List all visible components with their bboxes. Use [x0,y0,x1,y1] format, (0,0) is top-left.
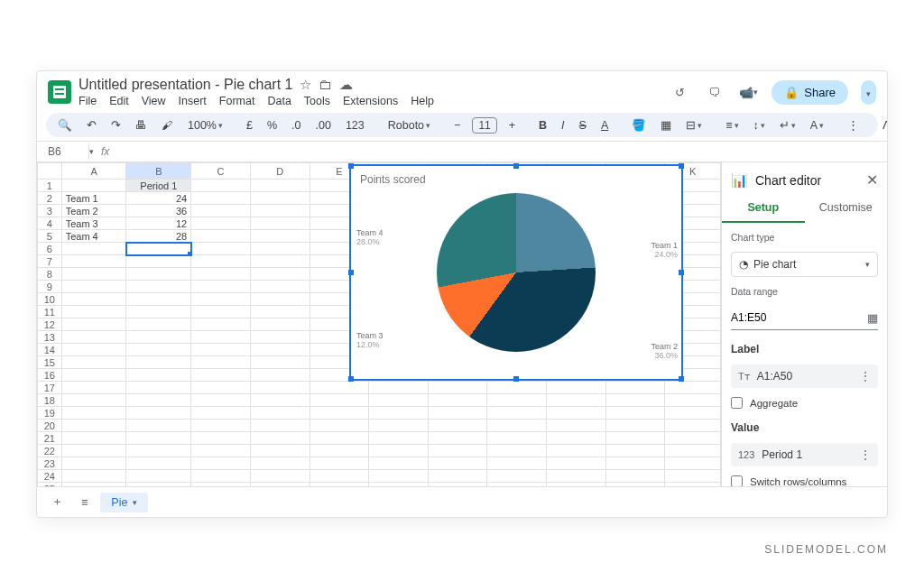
chart-type-select[interactable]: ◔ Pie chart ▾ [731,252,878,277]
menu-extensions[interactable]: Extensions [343,95,398,107]
row-header[interactable]: 4 [38,217,62,230]
select-all-cell[interactable] [38,163,62,180]
row-header[interactable]: 14 [38,344,62,356]
row-header[interactable]: 2 [38,192,62,205]
menu-tools[interactable]: Tools [304,95,330,107]
row-header[interactable]: 8 [38,268,62,281]
menu-file[interactable]: File [79,95,97,107]
wrap-button[interactable]: ↵▾ [777,116,799,134]
col-header[interactable]: A [61,163,126,180]
decrease-decimal-button[interactable]: .0 [289,117,303,134]
active-cell-b6[interactable] [126,243,191,255]
row-header[interactable]: 13 [38,331,62,344]
data-range-input[interactable] [731,308,867,328]
valign-button[interactable]: ↕▾ [751,117,768,134]
row-header[interactable]: 18 [38,394,62,407]
borders-button[interactable]: ▦ [658,116,674,134]
row-header[interactable]: 12 [38,318,62,331]
add-sheet-button[interactable]: ＋ [46,491,69,513]
row-header[interactable]: 24 [38,470,62,483]
meet-icon[interactable]: 📹▾ [737,81,759,103]
switch-rows-cols-row[interactable]: Switch rows/columns [731,475,878,486]
print-icon[interactable]: 🖶 [133,117,150,134]
more-icon[interactable]: ⋮ [860,448,871,461]
redo-icon[interactable]: ↷ [108,116,124,134]
all-sheets-button[interactable]: ≡ [76,493,93,512]
cell[interactable]: 36 [126,205,191,217]
document-title[interactable]: Untitled presentation - Pie chart 1 [79,77,292,93]
row-header[interactable]: 19 [38,407,62,420]
row-header[interactable]: 15 [38,356,62,369]
sheet-tab-pie[interactable]: Pie ▾ [100,493,148,512]
zoom-dropdown[interactable]: 100% ▾ [185,117,226,134]
font-size-decrease[interactable]: − [451,117,463,134]
collapse-toolbar-icon[interactable]: ᐱ [880,116,888,134]
tab-customise[interactable]: Customise [805,194,888,223]
currency-button[interactable]: £ [244,117,255,134]
italic-button[interactable]: I [559,117,567,134]
search-icon[interactable]: 🔍 [55,116,75,134]
row-header[interactable]: 1 [38,180,62,192]
more-icon[interactable]: ⋮ [860,370,871,383]
align-button[interactable]: ≡▾ [723,117,741,134]
row-header[interactable]: 20 [38,420,62,432]
bold-button[interactable]: B [536,117,550,134]
cell[interactable]: 28 [126,230,191,243]
menu-help[interactable]: Help [411,95,434,107]
menu-view[interactable]: View [142,95,166,107]
chart-object[interactable]: Points scored Team 1 24.0% Team 2 36.0% … [349,164,683,381]
text-color-button[interactable]: A [598,117,611,134]
col-header[interactable]: B [126,163,191,180]
cell[interactable]: Team 2 [61,205,126,217]
font-dropdown[interactable]: Roboto ▾ [385,117,433,134]
row-header[interactable]: 6 [38,243,62,255]
switch-rows-cols-checkbox[interactable] [731,475,743,486]
cell[interactable]: Team 4 [61,230,126,243]
undo-icon[interactable]: ↶ [84,116,99,134]
increase-decimal-button[interactable]: .00 [313,117,334,134]
row-header[interactable]: 3 [38,205,62,217]
tab-setup[interactable]: Setup [722,194,805,223]
name-box[interactable]: B6 [44,143,89,160]
aggregate-checkbox-row[interactable]: Aggregate [731,397,878,409]
menu-insert[interactable]: Insert [179,95,207,107]
paint-format-icon[interactable]: 🖌 [159,117,176,134]
cell[interactable]: Team 1 [61,192,126,205]
comments-icon[interactable]: 🗨 [703,81,725,103]
aggregate-checkbox[interactable] [731,397,743,409]
menu-data[interactable]: Data [267,95,291,107]
share-dropdown[interactable]: ▾ [861,80,876,105]
merge-button[interactable]: ⊟▾ [683,116,705,134]
cell[interactable]: 24 [126,192,191,205]
move-icon[interactable]: 🗀 [319,77,332,93]
row-header[interactable]: 16 [38,369,62,382]
strikethrough-button[interactable]: S [577,117,589,134]
rotate-button[interactable]: A▾ [808,117,827,134]
chart-title[interactable]: Points scored [351,166,681,188]
row-header[interactable]: 5 [38,230,62,243]
cell[interactable]: Team 3 [61,217,126,230]
menu-edit[interactable]: Edit [109,95,129,107]
history-icon[interactable]: ↺ [669,81,690,103]
font-size-increase[interactable]: + [506,117,518,134]
more-formats-button[interactable]: 123 [343,117,367,134]
sheet-tab-menu-icon[interactable]: ▾ [133,498,137,507]
row-header[interactable]: 25 [38,483,62,487]
cell[interactable]: 12 [126,217,191,230]
row-header[interactable]: 23 [38,457,62,470]
label-series-item[interactable]: Tᴛ A1:A50 ⋮ [731,364,878,388]
select-range-icon[interactable]: ▦ [867,311,878,325]
percent-button[interactable]: % [264,117,280,134]
close-icon[interactable]: ✕ [866,171,878,189]
font-size-input[interactable]: 11 [472,117,496,134]
row-header[interactable]: 11 [38,306,62,318]
star-icon[interactable]: ☆ [300,77,311,93]
row-header[interactable]: 22 [38,445,62,457]
cell-b1[interactable]: Period 1 [126,180,191,192]
row-header[interactable]: 9 [38,281,62,293]
more-toolbar-icon[interactable]: ⋮ [845,116,862,134]
col-header[interactable]: D [250,163,310,180]
col-header[interactable]: C [191,163,251,180]
row-header[interactable]: 21 [38,432,62,445]
value-series-item[interactable]: 123 Period 1 ⋮ [731,443,878,466]
